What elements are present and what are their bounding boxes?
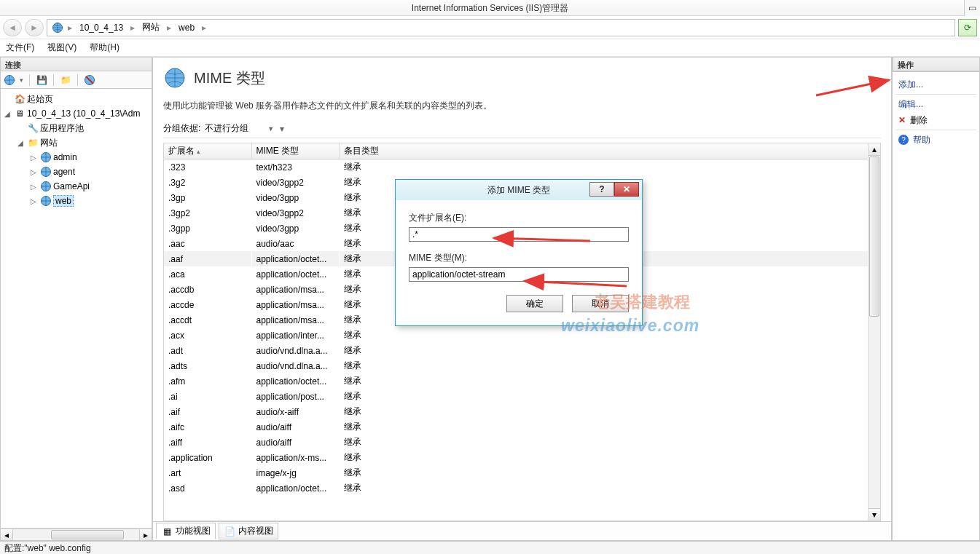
page-description: 使用此功能管理被 Web 服务器用作静态文件的文件扩展名和关联的内容类型的列表。 xyxy=(163,100,881,112)
table-row[interactable]: .aifcaudio/aiff继承 xyxy=(164,419,880,435)
group-by-row: 分组依据: 不进行分组 ▼ ▾ xyxy=(163,122,881,138)
mime-input[interactable] xyxy=(409,267,629,282)
tree-site-admin[interactable]: ▷admin xyxy=(1,150,152,165)
table-row[interactable]: .asdapplication/octet...继承 xyxy=(164,480,880,496)
table-row[interactable]: .artimage/x-jg继承 xyxy=(164,465,880,480)
window-titlebar: Internet Information Services (IIS)管理器 ▭ xyxy=(0,0,980,16)
action-delete[interactable]: ✕删除 xyxy=(895,112,976,128)
connections-tree[interactable]: 🏠起始页 ◢🖥10_0_4_13 (10_0_4_13\Adm 🔧应用程序池 ◢… xyxy=(0,89,152,529)
menu-help[interactable]: 帮助(H) xyxy=(90,41,119,54)
group-by-value[interactable]: 不进行分组 xyxy=(205,122,248,135)
content-icon: 📄 xyxy=(224,526,235,537)
tab-features-view[interactable]: ▦功能视图 xyxy=(156,523,216,539)
tree-site-GameApi[interactable]: ▷GameApi xyxy=(1,179,152,194)
tree-app-pools[interactable]: 🔧应用程序池 xyxy=(1,121,152,135)
scroll-down-icon[interactable]: ▾ xyxy=(869,508,880,521)
table-row[interactable]: .aifaudio/x-aiff继承 xyxy=(164,404,880,419)
tree-site-web[interactable]: ▷web xyxy=(1,194,152,208)
nav-forward-button[interactable]: ► xyxy=(25,19,44,36)
breadcrumb[interactable]: ▸ 10_0_4_13 ▸ 网站 ▸ web ▸ xyxy=(47,19,955,36)
col-entry-type[interactable]: 条目类型 xyxy=(339,143,880,159)
add-mime-dialog: 添加 MIME 类型 ? ✕ 文件扩展名(E): MIME 类型(M): 确定 … xyxy=(395,179,643,326)
mime-type-icon xyxy=(163,66,187,90)
actions-pane: 操作 添加... 编辑... ✕删除 ?帮助 xyxy=(893,57,980,541)
stop-icon[interactable] xyxy=(84,74,95,86)
tree-server[interactable]: ◢🖥10_0_4_13 (10_0_4_13\Adm xyxy=(1,106,152,121)
col-mime-type[interactable]: MIME 类型 xyxy=(251,143,339,159)
table-row[interactable]: .323text/h323继承 xyxy=(164,159,880,175)
grid-vscrollbar[interactable]: ▴ ▾ xyxy=(868,143,880,521)
cancel-button[interactable]: 取消 xyxy=(572,295,629,312)
help-icon: ? xyxy=(898,135,909,145)
scroll-thumb[interactable] xyxy=(51,530,124,539)
tab-content-view[interactable]: 📄内容视图 xyxy=(219,523,278,539)
scroll-left-icon[interactable]: ◂ xyxy=(1,529,13,540)
ok-button[interactable]: 确定 xyxy=(506,295,563,312)
table-row[interactable]: .applicationapplication/x-ms...继承 xyxy=(164,450,880,465)
scroll-right-icon[interactable]: ▸ xyxy=(139,529,152,540)
dialog-titlebar[interactable]: 添加 MIME 类型 ? ✕ xyxy=(396,180,642,200)
main-pane: MIME 类型 使用此功能管理被 Web 服务器用作静态文件的文件扩展名和关联的… xyxy=(153,57,893,541)
col-extension[interactable]: 扩展名 ▴ xyxy=(164,143,251,159)
dropdown-icon[interactable]: ▼ xyxy=(267,125,274,132)
folder-icon[interactable]: 📁 xyxy=(60,74,71,86)
scroll-up-icon[interactable]: ▴ xyxy=(869,143,880,156)
apppool-icon: 🔧 xyxy=(27,122,39,134)
site-icon xyxy=(40,151,52,163)
action-help[interactable]: ?帮助 xyxy=(895,132,976,148)
page-title-row: MIME 类型 xyxy=(163,66,881,90)
table-row[interactable]: .aiffaudio/aiff继承 xyxy=(164,435,880,450)
ext-label: 文件扩展名(E): xyxy=(409,212,629,224)
tree-site-agent[interactable]: ▷agent xyxy=(1,165,152,179)
server-icon: 🖥 xyxy=(14,108,26,119)
crumb-sites[interactable]: 网站 xyxy=(139,21,162,33)
globe-icon xyxy=(52,22,63,33)
site-icon xyxy=(40,195,52,207)
connections-header: 连接 xyxy=(0,57,152,71)
mime-label: MIME 类型(M): xyxy=(409,252,629,264)
action-add[interactable]: 添加... xyxy=(895,76,976,92)
features-icon: ▦ xyxy=(161,526,173,537)
panels: 连接 ▾ 💾 📁 🏠起始页 ◢🖥10_0_4_13 (10_0_4_13\Adm… xyxy=(0,57,980,541)
ext-input[interactable] xyxy=(409,227,629,242)
nav-back-button[interactable]: ◄ xyxy=(3,19,22,36)
actions-header: 操作 xyxy=(893,57,980,71)
view-tabs: ▦功能视图 📄内容视图 xyxy=(153,522,892,541)
home-icon: 🏠 xyxy=(14,93,26,105)
tree-start-page[interactable]: 🏠起始页 xyxy=(1,92,152,106)
delete-icon: ✕ xyxy=(898,115,906,125)
scroll-thumb[interactable] xyxy=(869,157,879,317)
dialog-title: 添加 MIME 类型 xyxy=(487,184,550,197)
table-row[interactable]: .adtaudio/vnd.dlna.a...继承 xyxy=(164,343,880,358)
table-row[interactable]: .acxapplication/inter...继承 xyxy=(164,328,880,343)
crumb-server[interactable]: 10_0_4_13 xyxy=(77,23,126,33)
tree-sites[interactable]: ◢📁网站 xyxy=(1,135,152,150)
group-by-label: 分组依据: xyxy=(163,122,200,135)
page-title: MIME 类型 xyxy=(194,68,265,88)
dialog-close-button[interactable]: ✕ xyxy=(614,182,639,197)
crumb-node[interactable]: web xyxy=(176,23,197,33)
menu-view[interactable]: 视图(V) xyxy=(47,41,77,54)
address-bar: ◄ ► ▸ 10_0_4_13 ▸ 网站 ▸ web ▸ ⟳ xyxy=(0,16,980,39)
action-edit[interactable]: 编辑... xyxy=(895,96,976,112)
window-title: Internet Information Services (IIS)管理器 xyxy=(412,3,568,13)
save-icon[interactable]: 💾 xyxy=(36,74,47,86)
connections-pane: 连接 ▾ 💾 📁 🏠起始页 ◢🖥10_0_4_13 (10_0_4_13\Adm… xyxy=(0,57,153,541)
menu-file[interactable]: 文件(F) xyxy=(6,41,34,54)
minimize-icon[interactable]: ▭ xyxy=(964,0,980,16)
table-row[interactable]: .afmapplication/octet...继承 xyxy=(164,373,880,389)
dialog-help-button[interactable]: ? xyxy=(589,182,614,197)
table-row[interactable]: .aiapplication/post...继承 xyxy=(164,389,880,404)
connections-toolbar: ▾ 💾 📁 xyxy=(0,71,152,89)
tree-hscrollbar[interactable]: ◂ ▸ xyxy=(0,529,152,541)
site-icon xyxy=(40,181,52,192)
status-bar: 配置:"web" web.config xyxy=(0,541,980,554)
connect-icon[interactable] xyxy=(4,74,15,86)
folder-icon: 📁 xyxy=(27,137,39,149)
menu-bar: 文件(F) 视图(V) 帮助(H) xyxy=(0,39,980,57)
refresh-button[interactable]: ⟳ xyxy=(958,19,977,36)
status-text: 配置:"web" web.config xyxy=(4,543,91,553)
site-icon xyxy=(40,166,52,178)
table-row[interactable]: .adtsaudio/vnd.dlna.a...继承 xyxy=(164,358,880,373)
